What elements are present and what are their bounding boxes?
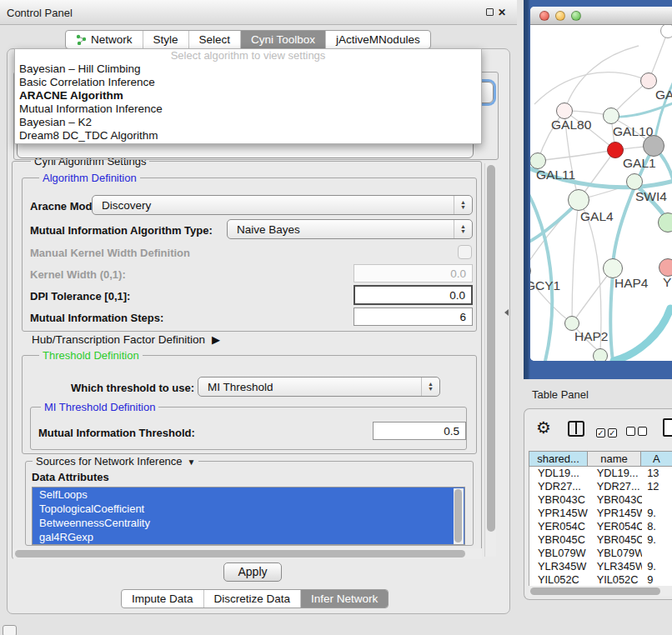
tab-jactivemnodules[interactable]: jActiveMNodules	[325, 31, 430, 48]
kernel-width-field[interactable]: 0.0	[354, 264, 473, 282]
tab-discretize-data[interactable]: Discretize Data	[203, 590, 301, 608]
network-node-label: GAL11	[536, 168, 575, 182]
list-item[interactable]: BetweennessCentrality	[33, 516, 464, 530]
mi-algorithm-type-combo[interactable]: Naive Bayes ▲▼	[227, 219, 473, 239]
mi-steps-field[interactable]: 6	[354, 308, 473, 326]
network-node[interactable]	[640, 72, 657, 89]
traffic-yellow-button[interactable]	[555, 11, 565, 21]
dropdown-item-selected[interactable]: ARACNE Algorithm	[15, 89, 481, 102]
network-node-label: GAL1	[623, 156, 656, 171]
network-window-titlebar[interactable]	[530, 7, 672, 25]
split-columns-icon[interactable]	[568, 421, 584, 437]
dropdown-item[interactable]: Basic Correlation Inference	[15, 76, 481, 89]
network-node-gal1[interactable]	[607, 142, 624, 158]
algorithm-definition-legend: Algorithm Definition	[39, 172, 140, 184]
network-node-gal10[interactable]	[603, 108, 619, 124]
network-node-gal80[interactable]	[556, 102, 573, 119]
expand-triangle-icon: ▶	[212, 333, 220, 346]
column-header[interactable]: shared...	[529, 452, 588, 466]
table-row[interactable]: YDR27...YDR27...12	[529, 480, 672, 493]
node-table: shared... name A YDL19...YDL19...13 YDR2…	[529, 451, 672, 588]
dropdown-item[interactable]: Bayesian – Hill Climbing	[15, 62, 481, 76]
network-node-label: GCY1	[530, 278, 560, 293]
apply-button[interactable]: Apply	[223, 562, 282, 582]
settings-vertical-scrollbar[interactable]	[484, 163, 496, 557]
network-node[interactable]	[593, 348, 608, 361]
unchecked-checkboxes-icon[interactable]	[626, 424, 649, 439]
table-row[interactable]: YER054CYER054C8.	[529, 520, 672, 533]
tab-style[interactable]: Style	[143, 31, 188, 48]
traffic-red-button[interactable]	[539, 11, 549, 21]
checked-checkboxes-icon[interactable]: ✓✓	[596, 424, 619, 439]
network-canvas[interactable]: GAL GAL80 GAL10 GAL1 GAL11 SWI4 GAL4 GCY…	[530, 25, 672, 361]
aracne-mode-combo[interactable]: Discovery ▲▼	[92, 195, 473, 215]
dropdown-placeholder: Select algorithm to view settings	[15, 49, 481, 62]
dropdown-item[interactable]: Mutual Information Inference	[15, 102, 481, 116]
network-node-label: HAP2	[574, 329, 609, 344]
column-header[interactable]: A	[641, 452, 672, 466]
dropdown-item[interactable]: Dream8 DC_TDC Algorithm	[15, 129, 481, 142]
network-window: GAL GAL80 GAL10 GAL1 GAL11 SWI4 GAL4 GCY…	[530, 7, 672, 361]
table-row[interactable]: YIL052CYIL052C9	[529, 573, 672, 587]
network-node-label: HAP4	[614, 276, 649, 291]
tab-network[interactable]: Network	[66, 31, 143, 48]
threshold-definition-legend: Threshold Definition	[39, 349, 143, 362]
table-header-row: shared... name A	[529, 451, 672, 467]
combo-arrows-icon: ▲▼	[421, 378, 439, 396]
list-vertical-scrollbar[interactable]	[454, 488, 464, 544]
table-row[interactable]: YBR045CYBR045C9.	[529, 533, 672, 547]
split-pane-handle[interactable]	[504, 309, 509, 316]
scrollbar-thumb[interactable]	[454, 489, 462, 542]
manual-kernel-width-checkbox[interactable]	[458, 245, 472, 259]
scrollbar-thumb[interactable]	[15, 550, 465, 558]
table-horizontal-scrollbar[interactable]	[529, 586, 672, 596]
dpi-tolerance-field[interactable]: 0.0	[354, 285, 473, 305]
data-attributes-label: Data Attributes	[32, 471, 109, 483]
table-row[interactable]: YDL19...YDL19...13	[529, 467, 672, 480]
table-panel-title: Table Panel	[532, 388, 589, 401]
docked-panel-icon[interactable]	[3, 625, 17, 635]
table-row[interactable]: YBL079WYBL079W	[529, 547, 672, 560]
scrollbar-thumb[interactable]	[487, 165, 495, 532]
mi-threshold-legend: MI Threshold Definition	[41, 401, 158, 413]
table-row[interactable]: YBR043CYBR043C	[529, 493, 672, 507]
control-panel-tabs: Network Style Select Cyni Toolbox jActiv…	[65, 30, 431, 49]
which-threshold-combo[interactable]: MI Threshold ▲▼	[198, 377, 440, 397]
maximize-icon[interactable]	[484, 8, 494, 18]
hub-definition-expander[interactable]: Hub/Transcription Factor Definition▶	[32, 333, 220, 346]
combo-arrows-icon: ▲▼	[454, 220, 472, 238]
network-node-label: GAL	[655, 88, 672, 102]
document-icon[interactable]	[663, 418, 672, 437]
network-node-salmon[interactable]	[659, 258, 672, 277]
mi-threshold-field[interactable]: 0.5	[373, 422, 466, 440]
tab-impute-data[interactable]: Impute Data	[122, 590, 203, 608]
table-body: YDL19...YDL19...13 YDR27...YDR27...12 YB…	[529, 467, 672, 588]
sources-legend[interactable]: Sources for Network Inference▼	[33, 455, 198, 468]
network-node-gal4[interactable]	[568, 189, 589, 211]
list-item[interactable]: TopologicalCoefficient	[33, 502, 464, 516]
tab-infer-network[interactable]: Infer Network	[300, 590, 388, 608]
which-threshold-label: Which threshold to use:	[71, 382, 194, 394]
close-icon[interactable]: ✕	[497, 8, 507, 18]
tab-select[interactable]: Select	[188, 31, 241, 48]
list-item[interactable]: gal4RGexp	[33, 530, 464, 544]
network-tab-icon	[76, 34, 87, 45]
traffic-green-button[interactable]	[571, 11, 581, 21]
network-node-label: GAL80	[551, 118, 591, 132]
network-node-label: GAL4	[580, 209, 614, 224]
network-node[interactable]	[658, 212, 672, 232]
algorithm-dropdown-popup: Select algorithm to view settings Bayesi…	[14, 48, 482, 144]
network-node-swi4[interactable]	[626, 173, 643, 190]
table-row[interactable]: YPR145WYPR145W9.	[529, 507, 672, 520]
tab-cyni-toolbox[interactable]: Cyni Toolbox	[240, 31, 325, 48]
network-view-frame: GAL GAL80 GAL10 GAL1 GAL11 SWI4 GAL4 GCY…	[524, 0, 672, 379]
table-row[interactable]: YLR345WYLR345W9.	[529, 560, 672, 573]
scrollbar-thumb[interactable]	[530, 588, 660, 595]
list-item[interactable]: SelfLoops	[33, 488, 464, 502]
network-node-gal11[interactable]	[530, 152, 546, 169]
dropdown-item[interactable]: Bayesian – K2	[15, 116, 481, 129]
gear-icon[interactable]: ⚙	[536, 418, 551, 438]
column-header[interactable]: name	[588, 452, 641, 466]
settings-horizontal-scrollbar[interactable]	[13, 548, 482, 559]
network-node[interactable]	[660, 25, 672, 38]
